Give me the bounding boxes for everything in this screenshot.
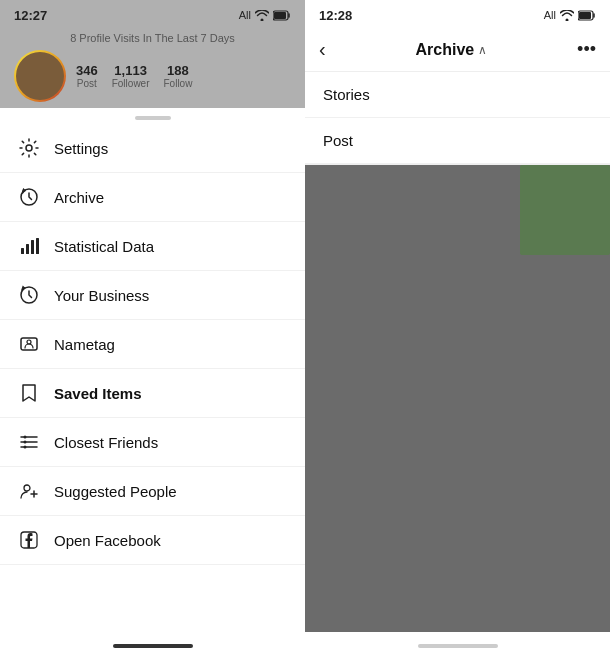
menu-label-open-facebook: Open Facebook [54, 532, 161, 549]
profile-row: 346 Post 1,113 Follower 188 Follow [14, 50, 291, 102]
right-battery-icon [578, 10, 596, 21]
menu-item-settings[interactable]: Settings [0, 124, 305, 173]
stat-followers: 1,113 Follower [112, 63, 150, 89]
right-wifi-icon [560, 10, 574, 21]
stats-hint: 8 Profile Visits In The Last 7 Days [14, 32, 291, 44]
stat-posts-value: 346 [76, 63, 98, 78]
menu-label-saved-items: Saved Items [54, 385, 142, 402]
right-panel: 12:28 All ‹ Archive ∧ [305, 0, 610, 660]
chevron-down-icon: ∧ [478, 43, 487, 57]
svg-point-14 [24, 436, 27, 439]
menu-item-archive[interactable]: Archive [0, 173, 305, 222]
left-home-indicator [113, 644, 193, 648]
left-status-icons: All [239, 9, 291, 21]
archive-thumbnail [520, 165, 610, 255]
svg-rect-7 [36, 238, 39, 254]
right-time: 12:28 [319, 8, 352, 23]
svg-rect-6 [31, 240, 34, 254]
avatar-inner [16, 52, 64, 100]
svg-point-2 [26, 145, 32, 151]
menu-item-suggested-people[interactable]: Suggested People [0, 467, 305, 516]
archive-title: Archive [416, 41, 475, 59]
menu-label-closest-friends: Closest Friends [54, 434, 158, 451]
menu-item-open-facebook[interactable]: Open Facebook [0, 516, 305, 565]
left-panel: 12:27 All 8 Profile Visits In The Last 7 [0, 0, 305, 660]
dropdown-post-label: Post [323, 132, 353, 149]
menu-label-nametag: Nametag [54, 336, 115, 353]
network-label: All [239, 9, 251, 21]
stat-following: 188 Follow [164, 63, 193, 89]
stat-following-label: Follow [164, 78, 193, 89]
right-status-icons: All [544, 9, 596, 21]
menu-label-suggested-people: Suggested People [54, 483, 177, 500]
avatar [14, 50, 66, 102]
menu-item-statistical-data[interactable]: Statistical Data [0, 222, 305, 271]
battery-icon [273, 10, 291, 21]
right-network-label: All [544, 9, 556, 21]
stat-followers-value: 1,113 [114, 63, 147, 78]
svg-point-15 [24, 441, 27, 444]
svg-point-16 [24, 446, 27, 449]
stats-icon [18, 235, 40, 257]
menu-item-saved-items[interactable]: Saved Items [0, 369, 305, 418]
facebook-icon [18, 529, 40, 551]
menu-label-your-business: Your Business [54, 287, 149, 304]
right-status-bar: 12:28 All [305, 0, 610, 28]
handle-bar [135, 116, 171, 120]
svg-rect-5 [26, 244, 29, 254]
archive-icon [18, 186, 40, 208]
dropdown-stories-label: Stories [323, 86, 370, 103]
back-button[interactable]: ‹ [319, 36, 332, 63]
saved-icon [18, 382, 40, 404]
menu-label-statistical-data: Statistical Data [54, 238, 154, 255]
stat-following-value: 188 [167, 63, 189, 78]
dropdown-stories[interactable]: Stories [305, 72, 610, 118]
menu-label-archive: Archive [54, 189, 104, 206]
archive-content [305, 165, 610, 632]
profile-stats: 346 Post 1,113 Follower 188 Follow [76, 63, 192, 89]
settings-icon [18, 137, 40, 159]
business-icon [18, 284, 40, 306]
menu-list: Settings Archive [0, 124, 305, 632]
menu-item-nametag[interactable]: Nametag [0, 320, 305, 369]
more-options-button[interactable]: ••• [571, 37, 596, 62]
menu-item-closest-friends[interactable]: Closest Friends [0, 418, 305, 467]
friends-icon [18, 431, 40, 453]
left-status-bar: 12:27 All [0, 0, 305, 28]
drawer-handle [0, 108, 305, 124]
stat-posts: 346 Post [76, 63, 98, 89]
nametag-icon [18, 333, 40, 355]
right-bottom-bar [305, 632, 610, 660]
archive-title-row: Archive ∧ [416, 41, 488, 59]
svg-rect-20 [579, 12, 591, 19]
svg-rect-4 [21, 248, 24, 254]
stat-followers-label: Follower [112, 78, 150, 89]
suggested-icon [18, 480, 40, 502]
left-time: 12:27 [14, 8, 47, 23]
svg-point-17 [24, 485, 30, 491]
menu-item-your-business[interactable]: Your Business [0, 271, 305, 320]
wifi-icon [255, 10, 269, 21]
menu-label-settings: Settings [54, 140, 108, 157]
archive-dropdown: Stories Post [305, 72, 610, 165]
archive-header: ‹ Archive ∧ ••• [305, 28, 610, 72]
left-bottom-bar [0, 632, 305, 660]
dropdown-post[interactable]: Post [305, 118, 610, 164]
stat-posts-label: Post [77, 78, 97, 89]
svg-point-10 [27, 340, 31, 344]
right-home-indicator [418, 644, 498, 648]
svg-rect-1 [274, 12, 286, 19]
profile-area: 8 Profile Visits In The Last 7 Days 346 … [0, 28, 305, 108]
